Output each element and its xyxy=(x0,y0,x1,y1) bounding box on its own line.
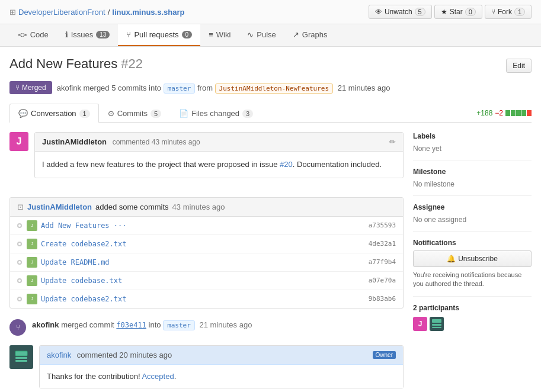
merge-event: ⑂ akofink merged commit f03e411 into mas… xyxy=(9,318,404,336)
comment-content-akofink: akofink commented 20 minutes ago Owner T… xyxy=(39,345,404,388)
svg-rect-3 xyxy=(432,319,441,323)
commit-item: J Update codebase.txt a07e70a xyxy=(10,272,403,290)
owner-comment-box: akofink commented 20 minutes ago Owner T… xyxy=(39,345,404,388)
commit-avatar-1: J xyxy=(27,220,37,231)
labels-section: Labels None yet xyxy=(413,132,532,160)
milestone-title: Milestone xyxy=(413,168,532,176)
commit-msg-3[interactable]: Update README.md xyxy=(41,258,369,266)
main-column: J JustinAMiddleton commented 43 minutes … xyxy=(9,132,404,392)
tab-commits[interactable]: ⊙ Commits 5 xyxy=(99,104,170,123)
star-button[interactable]: ★ Star 0 xyxy=(434,5,482,19)
svg-rect-0 xyxy=(15,351,27,356)
labels-value: None yet xyxy=(413,144,441,153)
code-icon: <> xyxy=(18,30,27,39)
merge-badge-icon: ⑂ xyxy=(15,83,20,92)
diff-bar-3 xyxy=(516,110,521,116)
pr-tabs: 💬 Conversation 1 ⊙ Commits 5 📄 Files cha… xyxy=(9,104,532,123)
commits-header: ⊡ JustinAMiddleton added some commits 43… xyxy=(10,198,403,217)
commit-item: J Update codebase2.txt 9b83ab6 xyxy=(10,290,403,308)
notifications-section: Notifications 🔔 Unsubscribe You're recei… xyxy=(413,232,532,297)
commit-hash-1: a735593 xyxy=(369,221,396,229)
issue-link[interactable]: #20 xyxy=(280,160,293,169)
pulse-icon: ∿ xyxy=(247,30,254,39)
bell-icon: 🔔 xyxy=(447,255,456,263)
merge-author[interactable]: akofink xyxy=(32,320,59,329)
commit-hash-4: a07e70a xyxy=(369,277,396,284)
assignee-section: Assignee No one assigned xyxy=(413,196,532,232)
commits-header-author[interactable]: JustinAMiddleton xyxy=(27,203,92,211)
repo-path: ⊞ DeveloperLiberationFront / linux.minus… xyxy=(9,8,184,17)
conversation-icon: 💬 xyxy=(18,109,28,118)
comment-content-justin: JustinAMiddleton commented 43 minutes ag… xyxy=(34,132,404,188)
merged-badge: ⑂ Merged xyxy=(9,81,52,94)
owner-comment-header: akofink commented 20 minutes ago Owner xyxy=(40,346,403,365)
edit-button[interactable]: Edit xyxy=(506,59,532,73)
unsubscribe-button[interactable]: 🔔 Unsubscribe xyxy=(413,250,532,267)
tab-files-changed[interactable]: 📄 Files changed 3 xyxy=(170,104,262,123)
commit-item: J Create codebase2.txt 4de32a1 xyxy=(10,235,403,253)
tab-pull-requests[interactable]: ⑂ Pull requests 0 xyxy=(118,24,200,46)
tab-conversation[interactable]: 💬 Conversation 1 xyxy=(9,104,99,123)
commit-msg-2[interactable]: Create codebase2.txt xyxy=(41,240,369,248)
diff-bar-2 xyxy=(511,110,516,116)
commit-hash-2: 4de32a1 xyxy=(369,240,396,248)
diff-deletions: −2 xyxy=(495,109,503,117)
comment-author-justin[interactable]: JustinAMiddleton xyxy=(42,137,107,146)
top-actions: 👁 Unwatch 5 ★ Star 0 ⑂ Fork 1 xyxy=(369,5,532,19)
comment-author-akofink[interactable]: akofink xyxy=(47,351,71,359)
notifications-title: Notifications xyxy=(413,239,532,247)
issues-icon: ℹ xyxy=(65,30,68,39)
avatar-akofink xyxy=(9,345,33,369)
svg-rect-2 xyxy=(15,360,27,362)
labels-title: Labels xyxy=(413,132,532,140)
top-bar: ⊞ DeveloperLiberationFront / linux.minus… xyxy=(0,0,541,24)
repo-icon: ⊞ xyxy=(9,8,16,17)
commits-icon: ⊙ xyxy=(108,109,114,118)
svg-rect-5 xyxy=(432,327,441,328)
participant-avatars: J xyxy=(413,317,532,331)
merge-commit-hash[interactable]: f03e411 xyxy=(116,321,146,329)
head-branch-tag: JustinAMiddleton-NewFeatures xyxy=(215,83,333,94)
commit-dot xyxy=(17,297,22,301)
merge-event-text: akofink merged commit f03e411 into maste… xyxy=(32,318,252,329)
tab-wiki[interactable]: ≡ Wiki xyxy=(200,24,239,46)
edit-comment-icon[interactable]: ✏ xyxy=(389,137,396,146)
tab-graphs[interactable]: ↗ Graphs xyxy=(284,24,336,46)
unwatch-button[interactable]: 👁 Unwatch 5 xyxy=(369,5,432,19)
commit-msg-5[interactable]: Update codebase2.txt xyxy=(41,295,369,303)
commit-msg-4[interactable]: Update codebase.txt xyxy=(41,277,369,285)
assignee-title: Assignee xyxy=(413,203,532,211)
commit-list: J Add New Features ··· a735593 J Create … xyxy=(10,217,403,308)
participants-section: 2 participants J xyxy=(413,297,532,331)
star-icon: ★ xyxy=(441,8,447,16)
tab-pulse[interactable]: ∿ Pulse xyxy=(239,24,284,46)
participants-title: 2 participants xyxy=(413,304,532,312)
comment-akofink: akofink commented 20 minutes ago Owner T… xyxy=(9,345,404,388)
akofink-avatar-svg xyxy=(14,350,28,364)
diff-bar-5 xyxy=(527,110,532,116)
tab-code[interactable]: <> Code xyxy=(9,24,57,46)
commit-msg-1[interactable]: Add New Features ··· xyxy=(41,221,369,230)
commit-dot xyxy=(17,278,22,283)
diff-bar-1 xyxy=(505,110,510,116)
owner-comment-body: Thanks for the contribution! Accepted. xyxy=(40,365,403,388)
fork-button[interactable]: ⑂ Fork 1 xyxy=(485,5,532,19)
pr-meta-text: akofink merged 5 commits into master fro… xyxy=(57,83,390,92)
commit-avatar-3: J xyxy=(27,257,37,268)
org-link[interactable]: DeveloperLiberationFront xyxy=(18,8,105,17)
milestone-value: No milestone xyxy=(413,180,454,188)
graphs-icon: ↗ xyxy=(293,30,299,39)
repo-link[interactable]: linux.minus.s.sharp xyxy=(112,8,184,17)
avatar-justin: J xyxy=(9,132,28,151)
participant-avatar-justin: J xyxy=(413,317,427,331)
tab-issues[interactable]: ℹ Issues 13 xyxy=(57,24,119,46)
commit-avatar-2: J xyxy=(27,239,37,249)
files-icon: 📄 xyxy=(179,109,188,118)
eye-icon: 👁 xyxy=(375,8,382,16)
sidebar: Labels None yet Milestone No milestone A… xyxy=(413,132,532,392)
pull-request-icon: ⑂ xyxy=(126,30,131,39)
pr-meta: ⑂ Merged akofink merged 5 commits into m… xyxy=(9,81,532,94)
notification-text: You're receiving notifications because y… xyxy=(413,271,532,289)
fork-icon: ⑂ xyxy=(491,8,495,16)
base-branch-tag: master xyxy=(164,83,196,94)
